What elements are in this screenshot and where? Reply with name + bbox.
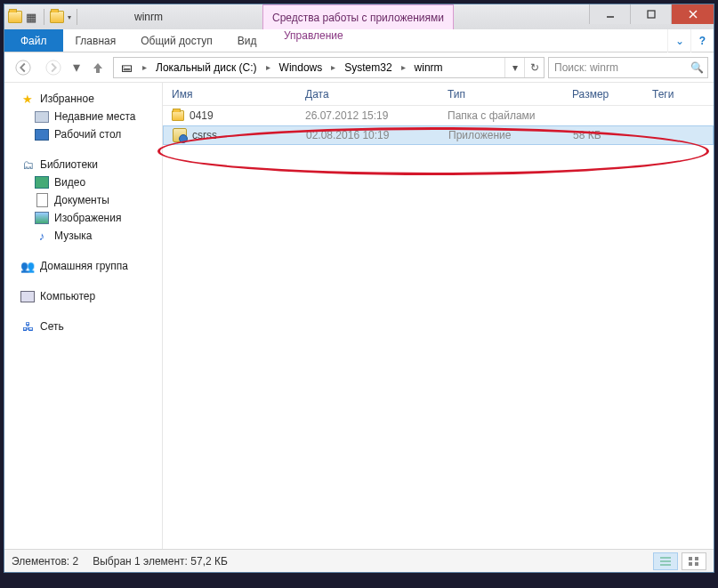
recent-dropdown[interactable]: ▾ [70,56,83,79]
recent-icon [35,109,49,124]
col-tags[interactable]: Теги [643,88,714,101]
sidebar-network[interactable]: 🖧Сеть [8,318,158,335]
chevron-right-icon[interactable]: ▸ [398,62,409,72]
window-controls [589,4,714,24]
sidebar-favorites[interactable]: ★Избранное [8,90,158,108]
tab-view[interactable]: Вид [225,29,270,52]
drive-icon: 🖴 [119,60,133,75]
file-row-selected[interactable]: csrss 02.08.2016 10:19 Приложение 58 КБ [163,125,714,145]
svg-rect-9 [689,557,692,560]
homegroup-icon: 👥 [20,259,35,273]
sidebar-libraries[interactable]: 🗂Библиотеки [8,156,158,173]
svg-rect-11 [689,562,692,566]
address-dropdown-icon[interactable]: ▾ [504,58,524,77]
tab-home[interactable]: Главная [63,29,129,52]
document-icon [35,193,49,207]
breadcrumb-seg[interactable]: Локальный диск (C:) [150,58,262,77]
chevron-right-icon[interactable]: ▸ [327,62,339,72]
col-name[interactable]: Имя [163,88,296,101]
window-title: winrm [134,11,163,23]
tab-share[interactable]: Общий доступ [128,29,225,52]
libraries-icon: 🗂 [20,157,35,172]
ribbon: Файл Главная Общий доступ Вид Управление… [4,29,714,52]
status-item-count: Элементов: 2 [12,555,78,568]
search-box[interactable]: Поиск: winrm 🔍 [548,57,708,78]
folder-icon [8,11,22,23]
folder-icon [172,110,184,121]
maximize-button[interactable] [630,4,671,24]
separator [77,9,77,25]
file-row[interactable]: 0419 26.07.2012 15:19 Папка с файлами [163,106,714,125]
svg-point-4 [16,60,30,74]
chevron-right-icon[interactable]: ▸ [139,62,150,72]
computer-icon [20,289,35,303]
sidebar-documents[interactable]: Документы [8,191,158,209]
qat-dropdown-icon[interactable]: ▾ [68,13,71,21]
separator [44,9,44,25]
file-list-pane: Имя Дата Тип Размер Теги 0419 26.07.2012… [163,83,714,549]
music-icon: ♪ [35,229,49,243]
explorer-window: ▦ ▾ winrm Средства работы с приложениями… [4,4,714,573]
application-icon [173,128,187,142]
refresh-button[interactable]: ↻ [524,58,544,77]
col-size[interactable]: Размер [563,88,643,101]
breadcrumb-seg[interactable]: Windows [274,58,328,77]
body: ★Избранное Недавние места Рабочий стол 🗂… [4,83,714,549]
context-tab-header: Средства работы с приложениями [262,4,454,29]
navigation-bar: ▾ 🖴 ▸ Локальный диск (C:) ▸ Windows ▸ Sy… [4,52,714,83]
up-button[interactable] [86,56,109,79]
column-headers: Имя Дата Тип Размер Теги [163,83,714,106]
open-folder-icon[interactable] [50,11,64,23]
close-button[interactable] [671,4,714,24]
sidebar-music[interactable]: ♪Музыка [8,227,158,245]
sidebar-desktop[interactable]: Рабочий стол [8,125,158,143]
quick-access-toolbar: ▦ ▾ [4,9,81,25]
network-icon: 🖧 [20,319,35,334]
details-view-button[interactable] [653,552,678,570]
titlebar: ▦ ▾ winrm Средства работы с приложениями [4,4,714,29]
pictures-icon [35,211,49,225]
desktop-icon [35,127,49,141]
file-rows: 0419 26.07.2012 15:19 Папка с файлами cs… [163,106,714,145]
status-selection: Выбран 1 элемент: 57,2 КБ [93,555,228,568]
breadcrumb-seg[interactable]: winrm [409,58,448,77]
icons-view-button[interactable] [682,552,706,570]
sidebar-pictures[interactable]: Изображения [8,209,158,227]
chevron-right-icon[interactable]: ▸ [262,62,274,72]
properties-icon[interactable]: ▦ [24,10,38,24]
svg-rect-10 [695,557,698,560]
tab-manage[interactable]: Управление [271,29,356,42]
status-bar: Элементов: 2 Выбран 1 элемент: 57,2 КБ [4,549,714,572]
sidebar-videos[interactable]: Видео [8,173,158,191]
sidebar-recent-places[interactable]: Недавние места [8,108,158,125]
help-button[interactable]: ? [690,29,714,52]
col-date[interactable]: Дата [296,88,439,101]
address-bar[interactable]: 🖴 ▸ Локальный диск (C:) ▸ Windows ▸ Syst… [113,57,545,78]
search-placeholder: Поиск: winrm [554,61,618,74]
file-tab[interactable]: Файл [4,29,63,52]
search-icon[interactable]: 🔍 [686,61,707,74]
ribbon-expand-icon[interactable]: ⌄ [667,29,690,52]
svg-point-5 [46,60,61,74]
sidebar-homegroup[interactable]: 👥Домашняя группа [8,257,158,275]
svg-rect-1 [648,11,655,18]
navigation-pane: ★Избранное Недавние места Рабочий стол 🗂… [4,83,163,549]
star-icon: ★ [20,92,35,106]
col-type[interactable]: Тип [439,88,563,101]
back-button[interactable] [10,54,36,81]
minimize-button[interactable] [589,4,630,24]
breadcrumb-seg[interactable]: System32 [339,58,397,77]
video-icon [35,175,49,189]
forward-button[interactable] [40,54,67,81]
sidebar-computer[interactable]: Компьютер [8,287,158,305]
svg-rect-12 [695,562,698,566]
